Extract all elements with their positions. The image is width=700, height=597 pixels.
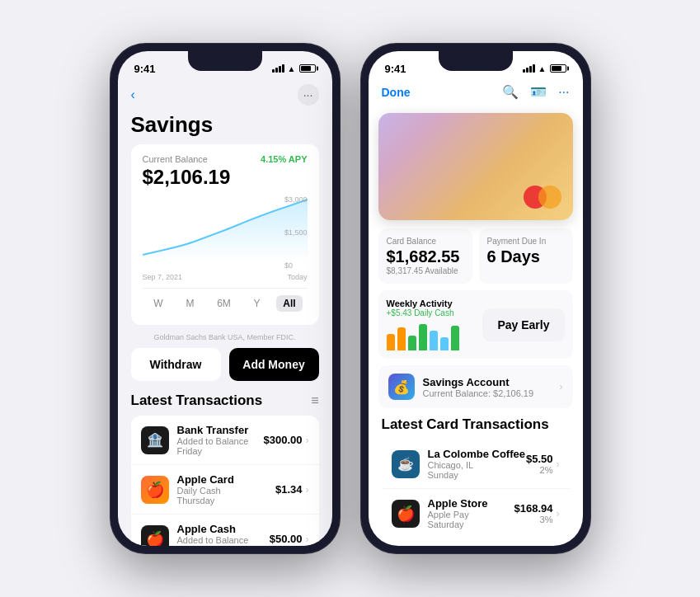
status-time-right: 9:41 [385,63,406,75]
status-time-left: 9:41 [134,63,156,75]
chart-svg [143,195,308,261]
weekly-bar [419,324,427,350]
wifi-icon: ▲ [288,64,296,73]
payment-due-stat: Payment Due In 6 Days [479,228,573,284]
tx-date: Thursday [177,496,275,505]
savings-chart: $3,000 $1,500 $0 [143,195,308,270]
chevron-right-icon: › [306,534,309,545]
filter-icon[interactable]: ≡ [311,393,318,408]
back-button[interactable]: ‹ [131,87,135,102]
transaction-item-lacolombe[interactable]: ☕ La Colombe Coffee Chicago, IL Sunday $… [382,440,570,489]
weekly-activity-card: Weekly Activity +$5.43 Daily Cash Pay Ea… [378,290,573,359]
nav-icons: 🔍 🪪 ··· [502,84,569,100]
tx-amount: $1.34 [275,483,303,496]
notch-right [439,51,513,71]
tx-name: Apple Cash [177,523,270,535]
tx-amount: $50.00 [270,533,303,545]
tx-name: Apple Store [428,497,514,510]
tx-amount: $5.50 [526,453,553,465]
status-icons-left: ▲ [272,64,316,73]
tx-date: Saturday [428,519,514,529]
tx-sub: Added to Balance [177,535,270,545]
tx-date: Wednesday [177,545,270,546]
right-phone: 9:41 ▲ Done 🔍 🪪 [360,43,591,554]
nav-bar-right: Done 🔍 🪪 ··· [369,81,583,106]
card-balance-amount: $1,682.55 [387,247,464,266]
apple-card-visual[interactable] [378,113,573,220]
apple-store-icon: 🍎 [392,500,420,528]
wifi-icon-right: ▲ [538,64,547,73]
transactions-section-header: Latest Transactions ≡ [118,393,332,416]
card-available: $8,317.45 Available [387,266,464,275]
transaction-item[interactable]: 🍎 Apple Card Daily Cash Thursday $1.34 › [131,465,319,515]
payment-due-label: Payment Due In [487,237,565,246]
chart-start-date: Sep 7, 2021 [143,273,183,281]
weekly-bar [440,337,449,350]
page-title: Savings [118,112,332,144]
chart-y-labels: $3,000 $1,500 $0 [284,195,308,270]
savings-account-row[interactable]: 💰 Savings Account Current Balance: $2,10… [378,365,573,408]
pay-early-button[interactable]: Pay Early [482,308,564,341]
savings-name: Savings Account [423,376,557,388]
filter-m[interactable]: M [179,295,200,312]
status-icons-right: ▲ [523,64,566,73]
filter-6m[interactable]: 6M [210,295,237,312]
tx-sub: Added to Balance [177,436,264,446]
card-info-row: Card Balance $1,682.55 $8,317.45 Availab… [378,228,573,284]
weekly-bar [397,327,406,350]
weekly-cash-label: +$5.43 Daily Cash [387,308,475,317]
balance-amount: $2,106.19 [143,166,308,189]
done-button[interactable]: Done [382,86,411,99]
transaction-item[interactable]: 🍎 Apple Cash Added to Balance Wednesday … [131,515,319,546]
transaction-item-applestore[interactable]: 🍎 Apple Store Apple Pay Saturday $168.94… [382,489,570,538]
chevron-right-icon: › [557,508,560,519]
tx-name: La Colombe Coffee [428,448,526,460]
transaction-item[interactable]: 🏦 Bank Transfer Added to Balance Friday … [131,416,319,465]
chevron-right-icon: › [306,435,309,446]
card-icon[interactable]: 🪪 [530,84,547,100]
filter-all[interactable]: All [276,295,302,312]
chart-date-range: Sep 7, 2021 Today [143,273,308,281]
transactions-list: 🏦 Bank Transfer Added to Balance Friday … [131,416,319,546]
more-button[interactable]: ··· [298,84,319,106]
withdraw-button[interactable]: Withdraw [131,348,221,381]
filter-y[interactable]: Y [247,295,267,312]
balance-card: Current Balance 4.15% APY $2,106.19 [131,144,319,325]
action-buttons: Withdraw Add Money [131,348,319,381]
tx-name: Bank Transfer [177,424,264,436]
tx-name: Apple Card [177,473,275,486]
mastercard-logo [524,186,561,209]
apple-cash-icon: 🍎 [141,525,169,547]
card-transactions-header: Latest Card Transactions [369,416,583,440]
nav-bar-left: ‹ ··· [118,81,332,112]
card-balance-stat: Card Balance $1,682.55 $8,317.45 Availab… [378,228,472,284]
chevron-right-icon: › [560,381,563,393]
filter-w[interactable]: W [147,295,169,312]
left-screen-content: ‹ ··· Savings Current Balance 4.15% APY … [118,81,332,546]
add-money-button[interactable]: Add Money [229,348,319,381]
payment-due-value: 6 Days [487,247,565,266]
tx-date: Sunday [428,470,526,480]
chart-end-date: Today [287,273,307,281]
left-phone: 9:41 ▲ ‹ ··· [110,43,341,554]
more-icon-right[interactable]: ··· [558,85,569,100]
weekly-chart [387,317,475,350]
chevron-right-icon: › [557,458,560,470]
lacolombe-icon: ☕ [392,450,420,478]
card-transactions-list: ☕ La Colombe Coffee Chicago, IL Sunday $… [382,440,570,538]
card-balance-label: Card Balance [387,237,464,246]
notch [188,51,262,71]
signal-icon [272,64,284,73]
bank-transfer-icon: 🏦 [141,426,169,454]
tx-sub: Chicago, IL [428,460,526,470]
weekly-bar [408,336,416,350]
weekly-bar [430,331,438,350]
savings-icon: 💰 [388,374,415,400]
tx-amount: $300.00 [264,434,303,446]
battery-icon [299,64,316,73]
chevron-right-icon: › [306,484,309,496]
time-filters: W M 6M Y All [143,288,308,312]
cashback-badge: 3% [514,515,553,524]
search-icon[interactable]: 🔍 [502,84,519,100]
tx-amount: $168.94 [514,502,553,515]
